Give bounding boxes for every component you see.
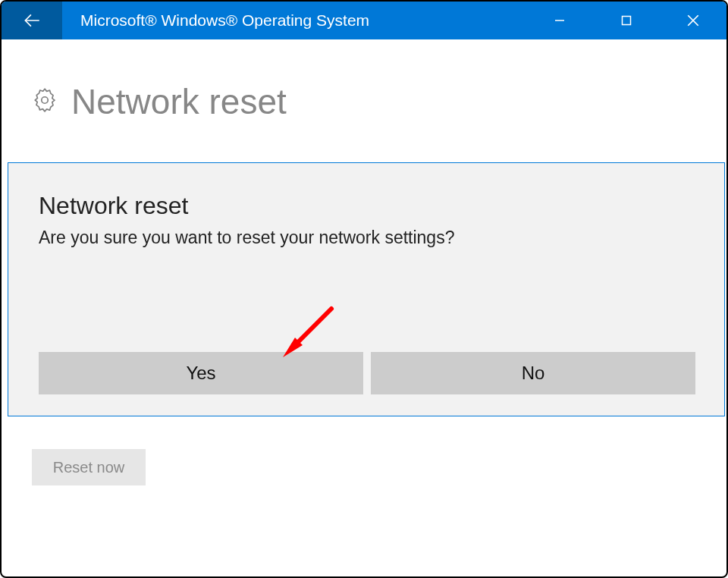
back-button[interactable] (2, 2, 62, 39)
minimize-icon (554, 14, 566, 27)
gear-icon (32, 87, 58, 116)
close-icon (686, 14, 700, 27)
page-header: Network reset (32, 81, 696, 122)
yes-button[interactable]: Yes (39, 352, 363, 394)
reset-now-button[interactable]: Reset now (32, 449, 146, 485)
no-button[interactable]: No (371, 352, 695, 394)
svg-point-5 (42, 97, 49, 104)
page-content: Network reset (2, 39, 726, 137)
dialog-message: Are you sure you want to reset your netw… (39, 228, 695, 248)
dialog-buttons: Yes No (39, 352, 695, 394)
dialog-title: Network reset (39, 192, 695, 220)
titlebar: Microsoft® Windows® Operating System (2, 2, 726, 39)
window-controls (526, 2, 726, 39)
page-title: Network reset (71, 81, 287, 122)
minimize-button[interactable] (526, 2, 593, 39)
arrow-left-icon (22, 11, 42, 30)
svg-rect-2 (623, 17, 631, 25)
close-button[interactable] (660, 2, 726, 39)
maximize-icon (620, 14, 632, 27)
dialog-network-reset: Network reset Are you sure you want to r… (8, 162, 725, 416)
window-title: Microsoft® Windows® Operating System (62, 11, 526, 30)
maximize-button[interactable] (593, 2, 660, 39)
